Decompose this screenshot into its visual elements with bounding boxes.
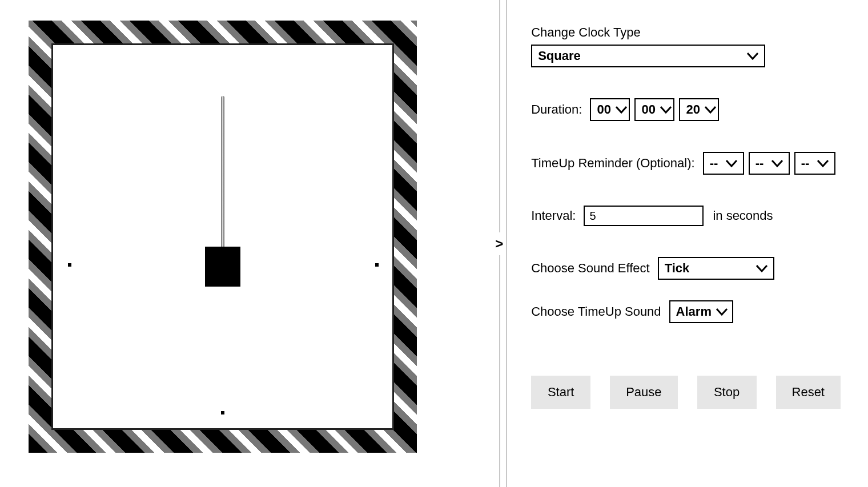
timeup-hours-value: -- [710, 156, 718, 171]
reset-button[interactable]: Reset [776, 376, 841, 409]
timeup-sound-select[interactable]: Alarm [669, 300, 733, 323]
duration-seconds-value: 20 [686, 102, 700, 117]
timeup-seconds-select[interactable]: -- [794, 152, 835, 175]
action-button-row: Start Pause Stop Reset [531, 376, 841, 409]
chevron-down-icon [747, 52, 758, 60]
clock-face [51, 43, 394, 430]
chevron-down-icon [616, 106, 627, 114]
clock-type-value: Square [538, 49, 581, 63]
duration-seconds-select[interactable]: 20 [679, 98, 719, 121]
timeup-seconds-value: -- [801, 156, 810, 171]
controls-panel: Change Clock Type Square Duration: 00 00… [508, 0, 868, 487]
clock-hand [221, 96, 224, 267]
chevron-down-icon [771, 159, 783, 167]
timeup-sound-label: Choose TimeUp Sound [531, 304, 661, 319]
duration-hours-select[interactable]: 00 [590, 98, 630, 121]
duration-minutes-select[interactable]: 00 [634, 98, 674, 121]
pause-button[interactable]: Pause [610, 376, 677, 409]
timeup-reminder-label: TimeUp Reminder (Optional): [531, 156, 695, 171]
duration-label: Duration: [531, 102, 582, 117]
app-root: > Change Clock Type Square Duration: 00 … [0, 0, 868, 487]
clock-canvas [53, 45, 392, 428]
sound-effect-label: Choose Sound Effect [531, 261, 650, 276]
interval-unit: in seconds [713, 208, 773, 223]
interval-input[interactable]: 5 [584, 206, 704, 226]
tick-mark-left [68, 263, 71, 267]
chevron-right-icon: > [493, 232, 505, 255]
duration-hours-value: 00 [597, 102, 610, 117]
chevron-down-icon [660, 106, 672, 114]
timeup-sound-value: Alarm [676, 304, 712, 319]
tick-mark-right [375, 263, 379, 267]
tick-mark-bottom [221, 411, 224, 414]
clock-type-label: Change Clock Type [531, 25, 837, 40]
chevron-down-icon [705, 106, 716, 114]
chevron-down-icon [716, 308, 728, 316]
chevron-down-icon [756, 264, 767, 272]
stop-button[interactable]: Stop [697, 376, 757, 409]
timeup-minutes-select[interactable]: -- [749, 152, 790, 175]
timeup-hours-select[interactable]: -- [703, 152, 744, 175]
start-button[interactable]: Start [531, 376, 590, 409]
sound-effect-select[interactable]: Tick [658, 257, 774, 280]
divider-line [506, 0, 507, 487]
sound-effect-value: Tick [665, 261, 690, 276]
chevron-down-icon [726, 159, 737, 167]
clock-hub [205, 247, 240, 287]
interval-label: Interval: [531, 208, 576, 223]
panel-collapse-handle[interactable]: > [491, 0, 509, 487]
timeup-minutes-value: -- [756, 156, 764, 171]
clock-frame [29, 21, 417, 453]
clock-type-select[interactable]: Square [531, 45, 765, 67]
clock-pane [0, 0, 491, 487]
interval-value: 5 [589, 210, 596, 223]
duration-minutes-value: 00 [641, 102, 655, 117]
chevron-down-icon [817, 159, 829, 167]
